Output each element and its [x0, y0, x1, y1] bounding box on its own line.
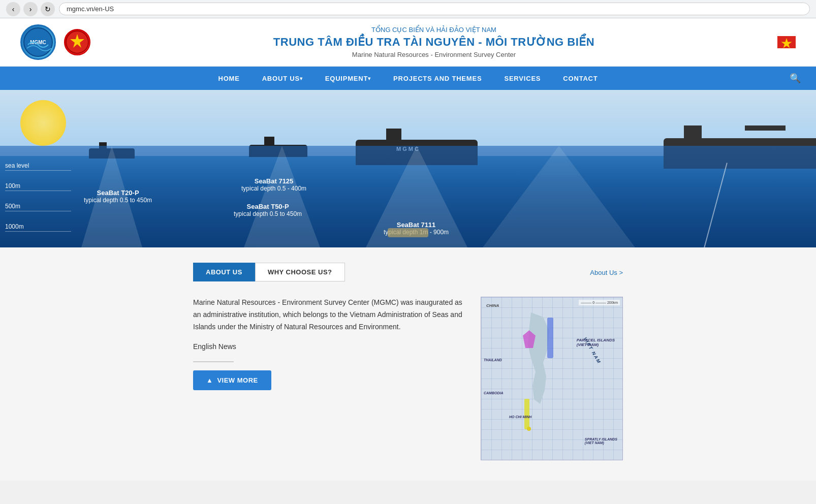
view-more-button[interactable]: ▲ VIEW MORE: [193, 370, 271, 390]
map-highlight-dot: [527, 427, 531, 431]
cambodia-label: CAMBODIA: [484, 391, 504, 395]
svg-marker-7: [244, 146, 320, 247]
content-section: ABOUT US WHY CHOOSE US? About Us > Marin…: [0, 247, 816, 481]
tab-about-us[interactable]: ABOUT US: [193, 263, 255, 281]
equip-seabat-t50p: SeaBat T50-Ptypical depth 0.5 to 450m: [234, 203, 302, 217]
forward-button[interactable]: ›: [23, 2, 38, 16]
hero-banner: MGMC sea level 100m 500m 1000m SeaBat T2…: [0, 90, 816, 247]
depth-100m: 100m: [5, 182, 71, 191]
back-button[interactable]: ‹: [6, 2, 20, 16]
nav-contact[interactable]: CONTACT: [552, 67, 609, 90]
header-title: TỔNG CỤC BIỂN VÀ HẢI ĐẢO VIỆT NAM TRUNG …: [273, 26, 594, 58]
hcm-label: HO CHI MINH: [509, 415, 531, 419]
nav-projects-themes[interactable]: PROJECTS AND THEMES: [382, 67, 493, 90]
map-inner: ——— 0 ——— 200km CHINA VIET NAM PARACEL I…: [481, 297, 622, 460]
browser-bar: ‹ › ↻ mgmc.vn/en-US: [0, 0, 816, 18]
vietnam-map: ——— 0 ——— 200km CHINA VIET NAM PARACEL I…: [481, 297, 623, 460]
equip-seabat-7125: SeaBat 7125typical depth 0.5 - 400m: [241, 177, 306, 192]
map-scale: ——— 0 ——— 200km: [579, 300, 620, 305]
about-tabs: ABOUT US WHY CHOOSE US? About Us >: [193, 263, 623, 281]
map-highlight-blue: [547, 318, 553, 358]
emblem-logo: [64, 29, 90, 55]
svg-marker-9: [483, 146, 635, 247]
reload-button[interactable]: ↻: [41, 2, 55, 16]
about-text: Marine Natural Resources - Environment S…: [193, 297, 465, 390]
spratly-islands-label: SPRATLY ISLANDS(VIET NAM): [585, 437, 617, 445]
browser-controls: ‹ › ↻: [6, 2, 55, 16]
nav-home[interactable]: HOME: [207, 67, 250, 90]
address-bar[interactable]: mgmc.vn/en-US: [59, 3, 810, 15]
map-highlight-yellow: [524, 399, 529, 429]
depth-sea-level: sea level: [5, 162, 71, 171]
search-icon[interactable]: 🔍: [790, 73, 801, 84]
view-more-label: VIEW MORE: [217, 376, 258, 384]
site-header: MGMC TỔNG CỤC BIỂN VÀ HẢI ĐẢO VIỆT NAM T…: [0, 18, 816, 67]
vietnam-flag: [777, 36, 796, 48]
paracel-islands-label: PARACEL ISLANDS(VIET NAM): [577, 338, 615, 347]
equip-seabat-t20p: SeaBat T20-Ptypical depth 0.5 to 450m: [84, 189, 152, 204]
main-nav: HOME ABOUT US ▾ EQUIPMENT ▾ PROJECTS AND…: [0, 67, 816, 90]
china-label: CHINA: [486, 303, 499, 308]
mgmc-logo: MGMC: [20, 24, 56, 60]
header-main-title: TRUNG TÂM ĐIỀU TRA TÀI NGUYÊN - MÔI TRƯỜ…: [273, 36, 594, 49]
nav-equipment[interactable]: EQUIPMENT ▾: [314, 67, 382, 90]
about-us-link[interactable]: About Us >: [590, 268, 623, 276]
header-top-line: TỔNG CỤC BIỂN VÀ HẢI ĐẢO VIỆT NAM: [273, 26, 594, 34]
view-more-icon: ▲: [206, 376, 213, 384]
depth-labels: sea level 100m 500m 1000m: [0, 90, 81, 247]
content-body: Marine Natural Resources - Environment S…: [193, 297, 623, 460]
nav-services[interactable]: SERVICES: [493, 67, 552, 90]
about-description: Marine Natural Resources - Environment S…: [193, 297, 465, 333]
header-subtitle: Marine Natural Resources - Environment S…: [273, 51, 594, 58]
tab-why-choose-us[interactable]: WHY CHOOSE US?: [255, 263, 345, 281]
english-news-label: English News: [193, 341, 465, 353]
header-logo: MGMC: [20, 24, 90, 60]
underwater-objects: [388, 228, 428, 237]
depth-1000m: 1000m: [5, 223, 71, 232]
nav-about-us[interactable]: ABOUT US ▾: [251, 67, 314, 90]
depth-500m: 500m: [5, 203, 71, 211]
content-divider: [193, 361, 234, 362]
thailand-label: THAILAND: [484, 358, 502, 362]
